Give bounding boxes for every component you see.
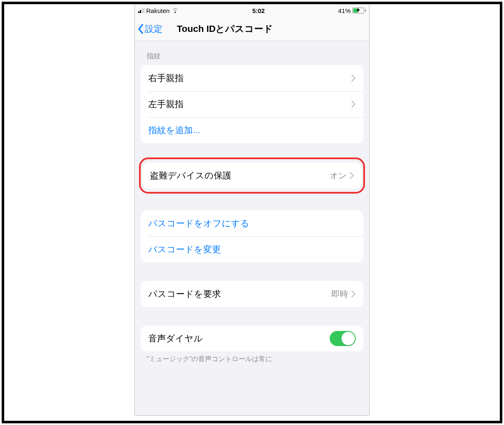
back-label: 設定 [145, 23, 163, 35]
chevron-left-icon [137, 24, 144, 34]
row-change-passcode[interactable]: パスコードを変更 [141, 236, 363, 262]
row-value: オン [330, 170, 346, 181]
chevron-right-icon [351, 290, 356, 298]
screenshot-frame: Rakuten 5:02 41% [2, 2, 502, 423]
highlight-annotation: 盗難デバイスの保護 オン [139, 157, 365, 194]
row-label: 右手親指 [148, 72, 351, 84]
row-link-label: パスコードを変更 [148, 244, 221, 255]
group-fingerprints: 右手親指 左手親指 指紋を追加... [141, 65, 363, 143]
group-require-passcode: パスコードを要求 即時 [141, 281, 363, 307]
group-passcode-actions: パスコードをオフにする パスコードを変更 [141, 210, 363, 262]
toggle-knob [341, 332, 355, 345]
status-time: 5:02 [252, 7, 265, 14]
status-right: 41% [338, 7, 366, 14]
row-voice-dial: 音声ダイヤル [141, 325, 363, 352]
row-label: 音声ダイヤル [148, 333, 330, 344]
row-turn-off-passcode[interactable]: パスコードをオフにする [141, 210, 363, 236]
battery-icon [352, 8, 366, 13]
section-header-fingerprint: 指紋 [135, 41, 369, 65]
row-label: パスコードを要求 [148, 288, 331, 300]
voice-dial-toggle[interactable] [330, 331, 356, 346]
battery-percent-label: 41% [338, 7, 351, 14]
charging-icon [357, 7, 360, 14]
nav-bar: 設定 Touch IDとパスコード [135, 17, 369, 41]
group-stolen-device: 盗難デバイスの保護 オン [142, 163, 362, 189]
row-label: 左手親指 [148, 98, 351, 110]
chevron-right-icon [351, 100, 356, 108]
carrier-label: Rakuten [146, 7, 170, 14]
page-title: Touch IDとパスコード [177, 23, 273, 35]
row-value: 即時 [331, 289, 348, 300]
section-footer-voice-dial: "ミュージック"の音声コントロールは常に [135, 352, 369, 364]
chevron-right-icon [351, 74, 356, 82]
group-voice-dial: 音声ダイヤル [141, 325, 363, 352]
wifi-icon [171, 8, 179, 13]
status-bar: Rakuten 5:02 41% [135, 4, 369, 17]
row-label: 盗難デバイスの保護 [150, 170, 330, 181]
status-left: Rakuten [138, 7, 179, 14]
row-link-label: 指紋を追加... [148, 124, 200, 136]
row-stolen-device-protection[interactable]: 盗難デバイスの保護 オン [142, 163, 362, 189]
row-add-fingerprint[interactable]: 指紋を追加... [141, 117, 363, 143]
chevron-right-icon [349, 172, 354, 179]
row-left-thumb[interactable]: 左手親指 [141, 91, 363, 117]
row-link-label: パスコードをオフにする [148, 218, 249, 229]
row-require-passcode[interactable]: パスコードを要求 即時 [141, 281, 363, 307]
back-button[interactable]: 設定 [137, 23, 163, 35]
phone-screen: Rakuten 5:02 41% [134, 4, 370, 416]
cellular-signal-icon [138, 8, 144, 13]
row-right-thumb[interactable]: 右手親指 [141, 65, 363, 91]
